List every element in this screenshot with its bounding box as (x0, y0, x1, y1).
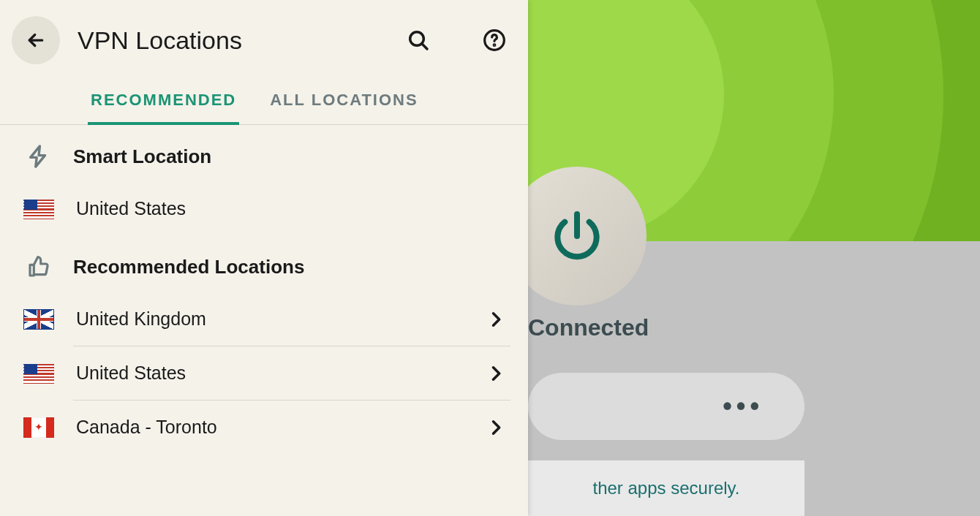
chevron-right-icon (486, 363, 506, 384)
smart-location-heading: Smart Location (73, 145, 211, 168)
chevron-right-icon (486, 417, 506, 438)
footer-text: ther apps securely. (528, 460, 804, 516)
location-pill[interactable]: ••• (528, 373, 804, 440)
connection-status: Connected (528, 314, 649, 341)
flag-us-icon (23, 199, 54, 219)
location-item-us[interactable]: United States (0, 346, 528, 400)
help-icon (483, 29, 506, 52)
search-button[interactable] (407, 29, 430, 52)
more-icon[interactable]: ••• (723, 391, 764, 422)
flag-uk-icon (23, 309, 54, 330)
page-title: VPN Locations (78, 26, 389, 55)
recommended-heading: Recommended Locations (73, 256, 304, 278)
smart-location-label: United States (76, 198, 506, 219)
flag-ca-icon (23, 417, 54, 438)
smart-location-section: Smart Location United States (0, 125, 528, 235)
help-button[interactable] (483, 29, 506, 52)
location-label: United Kingdom (76, 308, 464, 330)
tab-all-locations[interactable]: ALL LOCATIONS (267, 77, 421, 124)
smart-location-item[interactable]: United States (0, 182, 528, 235)
back-arrow-icon (25, 29, 47, 51)
location-item-ca[interactable]: Canada - Toronto (0, 401, 528, 454)
sidebar-header: VPN Locations (0, 0, 528, 77)
chevron-right-icon (486, 309, 506, 330)
location-item-uk[interactable]: United Kingdom (0, 292, 528, 346)
tabs: RECOMMENDED ALL LOCATIONS (0, 77, 528, 125)
back-button[interactable] (12, 16, 60, 64)
recommended-section: Recommended Locations United Kingdom Uni… (0, 235, 528, 454)
location-label: Canada - Toronto (76, 417, 464, 438)
flag-us-icon (23, 363, 54, 384)
lightning-icon (26, 144, 51, 169)
locations-sidebar: VPN Locations RECOMMENDED ALL LOCATIONS … (0, 0, 528, 516)
svg-point-2 (494, 45, 495, 46)
search-icon (407, 29, 430, 52)
location-label: United States (76, 363, 464, 384)
tab-recommended[interactable]: RECOMMENDED (88, 77, 239, 124)
power-icon (548, 207, 606, 265)
thumbs-up-icon (26, 254, 51, 279)
power-button[interactable] (508, 167, 647, 306)
